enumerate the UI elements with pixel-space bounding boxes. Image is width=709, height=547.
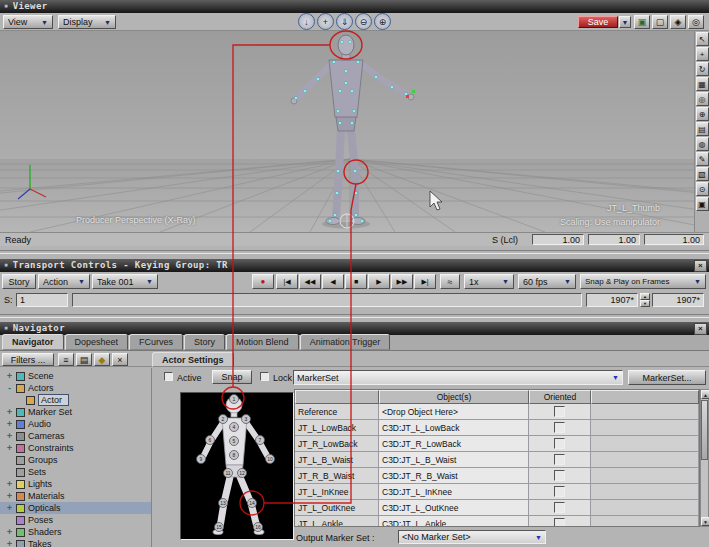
expander-icon[interactable]: + — [6, 503, 13, 513]
tree-item-lights[interactable]: +Lights — [0, 478, 151, 490]
grid-view-icon[interactable]: ▤ — [76, 353, 92, 366]
panel-splitter[interactable] — [0, 250, 709, 254]
actor-preview-image[interactable]: 1 2 3 4 5 6 7 8 9 10 11 12 13 14 15 16 — [180, 392, 294, 540]
translate-tool-icon[interactable]: + — [696, 47, 709, 61]
tree-item-audio[interactable]: +Audio — [0, 418, 151, 430]
tree-item-opticals[interactable]: +Opticals — [0, 502, 151, 514]
step-forward-fast-button[interactable]: ▶▶ — [391, 274, 413, 289]
oriented-checkbox[interactable] — [554, 518, 565, 527]
oriented-checkbox[interactable] — [554, 470, 565, 481]
edit-tool-icon[interactable]: ✎ — [696, 152, 709, 166]
save-button[interactable]: Save — [578, 16, 618, 28]
marker-name-cell[interactable]: JT_L_LowBack — [295, 420, 379, 436]
tree-item-constraints[interactable]: +Constraints — [0, 442, 151, 454]
timeline-zoom-icon[interactable]: ≈ — [440, 274, 460, 289]
center-tool-icon[interactable]: ⊙ — [696, 182, 709, 196]
story-button[interactable]: Story — [2, 274, 36, 289]
magnify-icon[interactable]: ◎ — [688, 15, 704, 29]
viewport-3d[interactable]: Producer Perspective (X-Ray) JT_L_Thumb … — [0, 31, 694, 232]
display-button[interactable]: Display ▼ — [58, 15, 116, 29]
close-icon[interactable]: × — [694, 323, 707, 335]
layers-tool-icon[interactable]: ▤ — [696, 122, 709, 136]
spin-down-icon[interactable]: ▼ — [640, 300, 650, 307]
panel-splitter[interactable] — [0, 314, 709, 318]
object-cell[interactable]: C3D:JT_R_LowBack — [379, 436, 529, 452]
expander-icon[interactable]: - — [6, 383, 13, 393]
fps-dropdown[interactable]: 60 fps ▼ — [518, 274, 576, 289]
oriented-checkbox[interactable] — [554, 454, 565, 465]
save-options-button[interactable]: ▼ — [619, 16, 631, 28]
snapshot-icon[interactable]: ◈ — [670, 15, 686, 29]
oriented-checkbox[interactable] — [554, 406, 565, 417]
oriented-checkbox[interactable] — [554, 486, 565, 497]
stop-button[interactable]: ■ — [345, 274, 367, 289]
scroll-up-icon[interactable]: ▲ — [701, 390, 709, 399]
tab-actor-settings[interactable]: Actor Settings — [152, 352, 234, 367]
marker-name-cell[interactable]: Reference — [295, 404, 379, 420]
tree-item-marker-set[interactable]: +Marker Set — [0, 406, 151, 418]
go-to-end-button[interactable]: ▶| — [414, 274, 436, 289]
object-cell[interactable]: C3D:JT_L_B_Waist — [379, 452, 529, 468]
rotate-tool-icon[interactable]: ↻ — [696, 62, 709, 76]
zoom-tool-icon[interactable]: ⊕ — [696, 107, 709, 121]
speed-dropdown[interactable]: 1x ▼ — [464, 274, 514, 289]
tab-story[interactable]: Story — [184, 334, 225, 350]
tree-label-actor[interactable]: Actor — [38, 394, 69, 406]
zoom-in-icon[interactable]: ⊕ — [374, 13, 391, 30]
object-cell[interactable]: C3D:JT_L_Ankle — [379, 516, 529, 527]
expander-icon[interactable]: + — [6, 443, 13, 453]
snap-button[interactable]: Snap — [212, 370, 252, 384]
expander-icon[interactable]: + — [6, 407, 13, 417]
end-frame-field-2[interactable]: 1907* — [652, 293, 704, 307]
expander-icon[interactable]: + — [6, 431, 13, 441]
drop-icon[interactable]: ⇓ — [336, 13, 353, 30]
output-marker-set-dropdown[interactable]: <No Marker Set> ▼ — [398, 530, 546, 544]
oriented-checkbox[interactable] — [554, 422, 565, 433]
header-oriented[interactable]: Oriented — [529, 390, 591, 404]
marker-name-cell[interactable]: JT_R_B_Waist — [295, 468, 379, 484]
tree-item-groups[interactable]: Groups — [0, 454, 151, 466]
view-button[interactable]: View ▼ — [3, 15, 53, 29]
lock-icon[interactable]: ◆ — [94, 353, 110, 366]
record-button[interactable]: ● — [252, 274, 274, 289]
pan-icon[interactable]: ↓ — [298, 13, 315, 30]
expander-icon[interactable]: + — [6, 419, 13, 429]
scale-x-field[interactable]: 1.00 — [532, 234, 584, 245]
object-cell[interactable]: C3D:JT_L_LowBack — [379, 420, 529, 436]
object-cell[interactable]: C3D:JT_L_InKnee — [379, 484, 529, 500]
zoom-out-icon[interactable]: ⊖ — [355, 13, 372, 30]
take-dropdown[interactable]: Take 001 ▼ — [92, 274, 158, 289]
filters-button[interactable]: Filters ... — [2, 353, 54, 366]
start-frame-field[interactable]: 1 — [16, 293, 68, 307]
grid-tool-icon[interactable]: ▣ — [696, 197, 709, 211]
expander-icon[interactable]: + — [6, 371, 13, 381]
expander-icon[interactable]: + — [6, 527, 13, 537]
spin-up-icon[interactable]: ▲ — [640, 293, 650, 300]
tree-item-takes[interactable]: +Takes — [0, 538, 151, 547]
scale-tool-icon[interactable]: ▦ — [696, 77, 709, 91]
scale-z-field[interactable]: 1.00 — [644, 234, 704, 245]
header-objects[interactable]: Object(s) — [379, 390, 529, 404]
blank-view-icon[interactable]: ▢ — [652, 15, 668, 29]
close-icon[interactable]: × — [694, 260, 707, 272]
marker-name-cell[interactable]: JT_L_OutKnee — [295, 500, 379, 516]
manipulator-icon[interactable] — [340, 214, 354, 228]
expander-icon[interactable]: + — [6, 491, 13, 501]
scrollbar-thumb[interactable] — [701, 400, 708, 460]
palette-icon[interactable]: ▣ — [634, 15, 650, 29]
snap-mode-dropdown[interactable]: Snap & Play on Frames ▼ — [580, 274, 706, 289]
object-cell[interactable]: <Drop Object Here> — [379, 404, 529, 420]
shading-tool-icon[interactable]: ◍ — [696, 137, 709, 151]
tab-fcurves[interactable]: FCurves — [129, 334, 183, 350]
texture-tool-icon[interactable]: ▧ — [696, 167, 709, 181]
marker-name-cell[interactable]: JT_R_LowBack — [295, 436, 379, 452]
marker-name-cell[interactable]: JT_L_InKnee — [295, 484, 379, 500]
timeline-slider[interactable] — [72, 293, 582, 307]
markerset-button[interactable]: MarkerSet... — [628, 370, 706, 385]
step-back-fast-button[interactable]: ◀◀ — [299, 274, 321, 289]
end-frame-field[interactable]: 1907* — [586, 293, 638, 307]
active-checkbox[interactable] — [164, 372, 173, 381]
oriented-checkbox[interactable] — [554, 438, 565, 449]
markerset-dropdown[interactable]: MarkerSet ▼ — [293, 370, 623, 385]
tree-item-shaders[interactable]: +Shaders — [0, 526, 151, 538]
